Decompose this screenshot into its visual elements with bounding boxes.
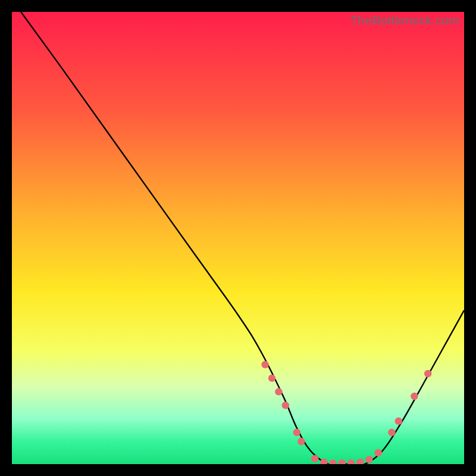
watermark-text: TheBottleneck.com — [350, 13, 459, 27]
bottleneck-chart — [12, 12, 464, 464]
chart-frame: TheBottleneck.com — [12, 12, 464, 464]
marker-dot — [365, 456, 372, 463]
marker-dot — [388, 429, 395, 436]
marker-dot — [275, 388, 282, 395]
marker-dot — [311, 455, 318, 462]
marker-dot — [374, 449, 381, 456]
marker-dot — [268, 374, 275, 381]
marker-dot — [282, 402, 289, 409]
marker-dot — [424, 370, 431, 377]
marker-dot — [261, 361, 268, 368]
marker-dot — [411, 393, 418, 400]
marker-dot — [395, 418, 402, 425]
gradient-background — [12, 12, 464, 464]
marker-dot — [293, 429, 300, 436]
marker-dot — [298, 438, 305, 445]
